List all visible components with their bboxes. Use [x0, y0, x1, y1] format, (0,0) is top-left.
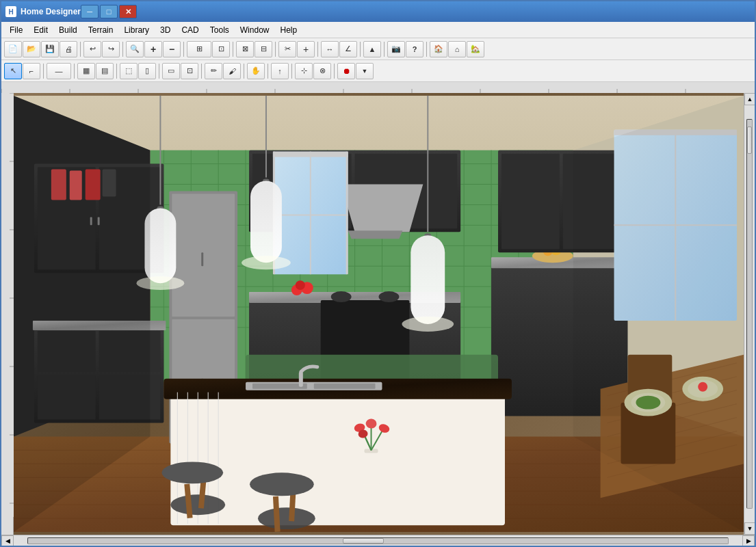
add-button[interactable]: +	[297, 41, 315, 57]
menu-file[interactable]: File	[4, 23, 28, 37]
zoom-extent-button[interactable]: ⊡	[212, 41, 230, 57]
sep1	[43, 64, 44, 79]
sep1	[80, 42, 81, 57]
zoom-out-button[interactable]: −	[163, 41, 181, 57]
undo-button[interactable]: ↩	[83, 41, 101, 57]
hand-tool-button[interactable]: ✋	[247, 63, 265, 79]
up-arrow-tool-button[interactable]: ↑	[271, 63, 289, 79]
sep9	[426, 42, 427, 57]
svg-point-139	[242, 256, 291, 269]
polyline-tool-button[interactable]: ⌐	[23, 63, 40, 79]
print-button[interactable]: 🖨	[60, 41, 77, 57]
record-drop-button[interactable]: ▼	[356, 63, 374, 79]
svg-point-131	[250, 472, 314, 496]
app-window: H Home Designer ─ □ ✕ File Edit Build Te…	[0, 0, 756, 547]
sep4	[233, 42, 233, 57]
cabinet2-tool-button[interactable]: ▯	[138, 63, 156, 79]
svg-rect-113	[299, 372, 303, 387]
pencil-tool-button[interactable]: ✏	[205, 63, 222, 79]
scroll-down-button[interactable]: ▼	[744, 522, 755, 535]
arrow-up-button[interactable]: ▲	[363, 41, 381, 57]
scene-svg	[14, 93, 744, 535]
house2-icon-button[interactable]: ⌂	[448, 41, 466, 57]
3d-scene-canvas[interactable]	[14, 93, 744, 535]
record-button[interactable]: ⏺	[337, 63, 355, 79]
menu-library[interactable]: Library	[118, 23, 155, 37]
vertical-scrollbar[interactable]: ▲ ▼	[744, 93, 755, 535]
toolbar-main: 📄 📂 💾 🖨 ↩ ↪ 🔍 + − ⊞ ⊡ ⊠ ⊟ ✂ + ↔ ∠ ▲ 📷 ? …	[1, 38, 755, 60]
scroll-up-button[interactable]: ▲	[744, 93, 755, 105]
sep8	[291, 64, 292, 79]
h-scroll-track[interactable]	[27, 537, 729, 544]
window-title: Home Designer	[21, 7, 81, 16]
minimize-button[interactable]: ─	[81, 5, 99, 18]
brush-tool-button[interactable]: 🖌	[223, 63, 241, 79]
main-area: ▲ ▼ ◀ ▶	[1, 82, 755, 546]
fill-tool-button[interactable]: ▦	[77, 63, 95, 79]
zoom-fit-button[interactable]: ⊞	[187, 41, 211, 57]
svg-rect-138	[250, 181, 282, 263]
menu-edit[interactable]: Edit	[28, 23, 53, 37]
top-ruler	[1, 82, 755, 93]
save-button[interactable]: 💾	[41, 41, 59, 57]
svg-point-83	[379, 291, 400, 302]
select-tool-button[interactable]: ↖	[4, 63, 22, 79]
menu-build[interactable]: Build	[53, 23, 83, 37]
sep5	[201, 64, 202, 79]
open-button[interactable]: 📂	[23, 41, 40, 57]
sep8	[384, 42, 384, 57]
door-tool-button[interactable]: ▭	[162, 63, 180, 79]
sep6	[317, 42, 318, 57]
title-bar: H Home Designer ─ □ ✕	[1, 1, 755, 22]
scissors-button[interactable]: ✂	[278, 41, 296, 57]
camera-button[interactable]: 📷	[387, 41, 405, 57]
window-tool-button[interactable]: ⊡	[181, 63, 198, 79]
menu-help[interactable]: Help	[274, 23, 302, 37]
menu-window[interactable]: Window	[235, 23, 275, 37]
menu-3d[interactable]: 3D	[155, 23, 176, 37]
sep7	[360, 42, 361, 57]
svg-rect-114	[362, 450, 381, 484]
canvas-wrapper: ▲ ▼ ◀ ▶	[1, 82, 755, 546]
sep5	[275, 42, 276, 57]
svg-rect-12	[1, 93, 14, 517]
house3-icon-button[interactable]: 🏡	[467, 41, 484, 57]
line-tool-button[interactable]: —	[47, 63, 71, 79]
sep4	[159, 64, 159, 79]
app-icon: H	[5, 6, 16, 17]
v-scroll-track[interactable]	[746, 119, 753, 509]
canvas-inner: ▲ ▼	[1, 93, 755, 535]
transform2-tool-button[interactable]: ⊗	[313, 63, 331, 79]
transform-tool-button[interactable]: ⊹	[295, 63, 313, 79]
horizontal-scrollbar[interactable]: ◀ ▶	[1, 535, 755, 546]
tool-b-button[interactable]: ⊟	[255, 41, 272, 57]
svg-rect-0	[1, 82, 755, 93]
redo-button[interactable]: ↪	[102, 41, 120, 57]
scroll-right-button[interactable]: ▶	[742, 535, 755, 546]
house-icon-button[interactable]: 🏠	[430, 41, 447, 57]
svg-rect-90	[501, 154, 560, 250]
menu-tools[interactable]: Tools	[205, 23, 235, 37]
maximize-button[interactable]: □	[100, 5, 118, 18]
help-button[interactable]: ?	[406, 41, 423, 57]
new-button[interactable]: 📄	[4, 41, 22, 57]
sep7	[268, 64, 268, 79]
h-scroll-thumb[interactable]	[343, 538, 384, 544]
close-button[interactable]: ✕	[119, 5, 137, 18]
menu-terrain[interactable]: Terrain	[83, 23, 119, 37]
zoom-in-button[interactable]: +	[144, 41, 162, 57]
svg-point-143	[402, 317, 454, 332]
angle-button[interactable]: ∠	[339, 41, 357, 57]
cabinet-tool-button[interactable]: ⬚	[120, 63, 138, 79]
zoom-search-button[interactable]: 🔍	[126, 41, 144, 57]
scroll-left-button[interactable]: ◀	[1, 535, 14, 546]
svg-rect-112	[314, 384, 376, 389]
fill2-tool-button[interactable]: ▤	[96, 63, 114, 79]
measure-button[interactable]: ↔	[321, 41, 339, 57]
v-scroll-thumb[interactable]	[747, 126, 752, 154]
tool-a-button[interactable]: ⊠	[236, 41, 254, 57]
svg-point-124	[170, 494, 225, 515]
menu-bar: File Edit Build Terrain Library 3D CAD T…	[1, 22, 755, 38]
svg-rect-142	[410, 235, 445, 324]
menu-cad[interactable]: CAD	[176, 23, 204, 37]
